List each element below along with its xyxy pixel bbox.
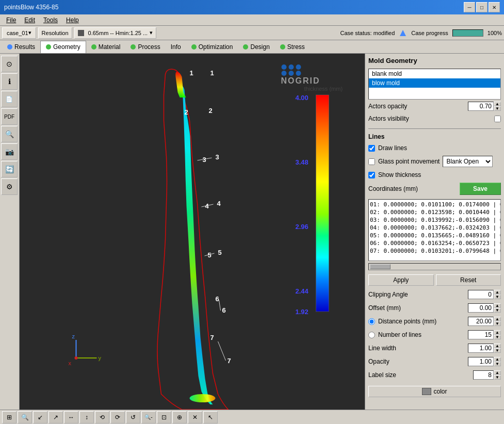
offset-down[interactable]: ▼ bbox=[494, 308, 501, 313]
resolution-value-button[interactable]: 0.65mm -- Hmin:1.25 ... ▾ bbox=[74, 27, 157, 39]
sidebar-icon-info[interactable]: ℹ bbox=[1, 73, 18, 90]
svg-point-32 bbox=[289, 71, 294, 76]
sidebar-icon-pdf[interactable]: PDF bbox=[1, 108, 18, 125]
glass-point-label: Glass point movement bbox=[378, 158, 440, 165]
num-lines-radio[interactable] bbox=[368, 332, 375, 338]
svg-text:y: y bbox=[99, 355, 102, 361]
sidebar-icon-target[interactable]: ⊙ bbox=[1, 56, 18, 72]
label-size-spinner: ▲ ▼ bbox=[494, 370, 501, 380]
progress-label: Case progress bbox=[411, 30, 448, 36]
bottom-btn-fit[interactable]: ⊞ bbox=[2, 411, 17, 423]
opacity-label: Opacity bbox=[368, 358, 468, 365]
tab-design[interactable]: Design bbox=[238, 41, 274, 53]
close-button[interactable]: ✕ bbox=[489, 2, 500, 12]
clipping-angle-down[interactable]: ▼ bbox=[494, 295, 501, 299]
svg-point-26 bbox=[75, 356, 78, 360]
show-thickness-checkbox[interactable] bbox=[368, 172, 375, 178]
draw-lines-checkbox[interactable] bbox=[368, 145, 375, 152]
opacity-down[interactable]: ▼ bbox=[494, 362, 501, 366]
save-button[interactable]: Save bbox=[460, 183, 501, 195]
line-width-up[interactable]: ▲ bbox=[494, 344, 501, 348]
tab-material[interactable]: Material bbox=[86, 41, 126, 53]
actors-opacity-row: Actors opacity ▲ ▼ bbox=[368, 102, 501, 111]
svg-text:2: 2 bbox=[185, 108, 188, 116]
offset-input[interactable] bbox=[468, 303, 494, 313]
maximize-button[interactable]: □ bbox=[476, 2, 487, 12]
num-lines-down[interactable]: ▼ bbox=[494, 335, 501, 339]
bottom-btn-move-dl[interactable]: ↙ bbox=[33, 411, 47, 423]
bottom-btn-add[interactable]: ⊕ bbox=[172, 411, 187, 423]
svg-text:3.48: 3.48 bbox=[296, 158, 308, 166]
bottom-btn-move-ur[interactable]: ↗ bbox=[48, 411, 63, 423]
scrollbar-thumb[interactable] bbox=[370, 264, 391, 269]
bottom-btn-close[interactable]: ✕ bbox=[188, 411, 202, 423]
left-sidebar: ⊙ ℹ 📄 PDF 🔍 📷 🔄 ⚙ bbox=[0, 54, 20, 410]
opacity-up[interactable]: ▲ bbox=[494, 357, 501, 362]
glass-point-dropdown[interactable]: Blank Open Blank Closed Blow Open Blow C… bbox=[443, 156, 493, 167]
minimize-button[interactable]: ─ bbox=[464, 2, 475, 12]
coordinates-area[interactable]: 01: 0.0000000; 0.0101100; 0.0174000 | 0.… bbox=[368, 199, 501, 261]
sidebar-icon-camera[interactable]: 📷 bbox=[1, 143, 18, 160]
sidebar-icon-gear[interactable]: ⚙ bbox=[1, 178, 18, 195]
tab-process[interactable]: Process bbox=[125, 41, 165, 53]
resolution-button[interactable]: Resolution bbox=[38, 27, 72, 39]
sidebar-icon-search[interactable]: 🔍 bbox=[1, 126, 18, 142]
label-size-down[interactable]: ▼ bbox=[494, 375, 501, 380]
color-button[interactable]: color bbox=[368, 386, 501, 397]
bottom-btn-move-v[interactable]: ↕ bbox=[79, 411, 94, 423]
clipping-angle-up[interactable]: ▲ bbox=[494, 290, 501, 295]
menu-help[interactable]: Help bbox=[62, 15, 83, 25]
offset-up[interactable]: ▲ bbox=[494, 303, 501, 308]
tab-stress[interactable]: Stress bbox=[275, 41, 310, 53]
clipping-angle-input[interactable] bbox=[468, 290, 494, 299]
sidebar-icon-doc[interactable]: 📄 bbox=[1, 91, 18, 107]
bottom-btn-arrow[interactable]: ↖ bbox=[203, 411, 218, 423]
opacity-input[interactable] bbox=[468, 357, 494, 366]
apply-button[interactable]: Apply bbox=[368, 274, 434, 286]
mold-item-blank[interactable]: blank mold bbox=[369, 69, 500, 78]
coords-scrollbar[interactable] bbox=[368, 263, 501, 270]
reset-button[interactable]: Reset bbox=[436, 274, 501, 286]
line-width-input[interactable] bbox=[468, 344, 494, 353]
svg-text:2: 2 bbox=[209, 107, 213, 115]
bottom-btn-zoom-in[interactable]: 🔍 bbox=[18, 411, 32, 423]
label-size-input[interactable] bbox=[473, 370, 494, 380]
num-lines-input[interactable] bbox=[468, 330, 494, 339]
actors-opacity-up[interactable]: ▲ bbox=[494, 102, 501, 106]
distance-points-up[interactable]: ▲ bbox=[494, 317, 501, 321]
bottom-btn-move-h[interactable]: ↔ bbox=[64, 411, 78, 423]
menu-file[interactable]: File bbox=[2, 15, 20, 25]
tab-geometry[interactable]: Geometry bbox=[40, 41, 86, 53]
svg-text:2.96: 2.96 bbox=[296, 223, 308, 231]
mold-list[interactable]: blank mold blow mold bbox=[368, 69, 501, 100]
tab-results[interactable]: Results bbox=[2, 41, 40, 53]
actors-opacity-down[interactable]: ▼ bbox=[494, 106, 501, 111]
actors-visibility-checkbox[interactable] bbox=[494, 116, 501, 122]
bottom-btn-undo[interactable]: ↺ bbox=[126, 411, 140, 423]
num-lines-up[interactable]: ▲ bbox=[494, 330, 501, 335]
label-size-up[interactable]: ▲ bbox=[494, 370, 501, 375]
main-layout: ⊙ ℹ 📄 PDF 🔍 📷 🔄 ⚙ bbox=[0, 54, 504, 410]
dot-stress bbox=[280, 44, 285, 50]
case-tab[interactable]: case_01 ▾ bbox=[2, 27, 36, 39]
tab-optimization[interactable]: Optimization bbox=[186, 41, 238, 53]
bottom-btn-rotate-l[interactable]: ⟲ bbox=[95, 411, 109, 423]
actors-opacity-input[interactable] bbox=[468, 102, 494, 111]
line-width-down[interactable]: ▼ bbox=[494, 348, 501, 353]
bottom-btn-zoom-out[interactable]: 🔍- bbox=[141, 411, 156, 423]
glass-point-checkbox[interactable] bbox=[368, 158, 375, 165]
distance-points-input[interactable] bbox=[468, 317, 494, 326]
offset-label: Offset (mm) bbox=[368, 304, 468, 312]
mold-item-blow[interactable]: blow mold bbox=[369, 78, 500, 88]
distance-points-radio[interactable] bbox=[368, 318, 375, 325]
svg-text:5: 5 bbox=[218, 249, 222, 256]
viewport[interactable]: 1 1 2 2 3 3 4 4 5 5 6 6 7 7 bbox=[20, 54, 365, 410]
menu-tools[interactable]: Tools bbox=[39, 15, 62, 25]
bottom-btn-grid[interactable]: ⊡ bbox=[157, 411, 171, 423]
menu-edit[interactable]: Edit bbox=[20, 15, 39, 25]
sidebar-icon-refresh[interactable]: 🔄 bbox=[1, 161, 18, 177]
distance-points-label: Distance points (mm) bbox=[378, 318, 465, 325]
tab-info[interactable]: Info bbox=[166, 41, 186, 53]
bottom-btn-rotate-r[interactable]: ⟳ bbox=[110, 411, 125, 423]
distance-points-down[interactable]: ▼ bbox=[494, 321, 501, 326]
